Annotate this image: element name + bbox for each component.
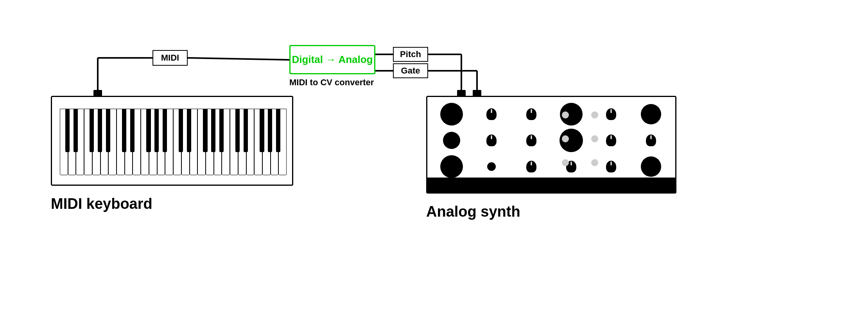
synth-circle-large <box>440 103 463 126</box>
piano-key-white <box>84 109 92 175</box>
piano-key-black <box>65 109 70 152</box>
piano-key-black <box>260 109 264 152</box>
synth-knob <box>646 135 656 146</box>
piano-key-black <box>106 109 110 152</box>
piano-keys <box>60 109 287 175</box>
synth-knob <box>606 108 616 120</box>
piano-key-black <box>98 109 102 152</box>
piano-key-black <box>235 109 240 152</box>
piano-key-white <box>141 109 149 175</box>
piano-key-black <box>163 109 167 152</box>
midi-keyboard-device <box>51 96 293 186</box>
synth-knob <box>606 135 616 146</box>
synth-dot-gray <box>591 135 598 142</box>
converter-text: Digital → Analog <box>292 54 373 66</box>
piano-key-black <box>211 109 215 152</box>
synth-knob <box>526 135 536 146</box>
diagram-container: MIDI keyboard Digital → Analog MIDI to C… <box>0 0 868 323</box>
synth-knob <box>486 135 497 146</box>
synth-circle-large <box>440 155 463 178</box>
synth-circle-large <box>641 156 661 177</box>
synth-knob <box>526 108 536 120</box>
pitch-label-box: Pitch <box>393 47 428 62</box>
svg-line-2 <box>188 58 289 60</box>
keyboard-label: MIDI keyboard <box>51 196 152 212</box>
synth-controls <box>433 103 669 173</box>
piano-key-black <box>146 109 151 152</box>
pitch-label-text: Pitch <box>400 49 421 59</box>
piano-key-black <box>244 109 248 152</box>
synth-bottom-bar <box>427 178 675 192</box>
piano-key-white <box>197 109 206 175</box>
piano-key-white <box>60 109 68 175</box>
piano-key-black <box>74 109 78 152</box>
piano-key-white <box>117 109 125 175</box>
synth-dot-gray <box>562 159 569 166</box>
analog-synth-device <box>426 96 676 194</box>
synth-dot-gray <box>591 159 598 166</box>
synth-circle-medium <box>443 132 460 149</box>
piano-key-black <box>154 109 159 152</box>
synth-dot-gray <box>562 135 569 142</box>
synth-label: Analog synth <box>426 203 520 220</box>
piano-key-black <box>268 109 272 152</box>
piano-key-white <box>254 109 262 175</box>
piano-key-black <box>203 109 207 152</box>
piano-key-white <box>173 109 181 175</box>
synth-knob <box>526 161 536 172</box>
converter-box: Digital → Analog <box>289 45 375 74</box>
synth-dot-gray <box>562 111 569 118</box>
midi-label-text: MIDI <box>161 53 179 63</box>
piano-key-black <box>187 109 191 152</box>
piano-key-white <box>230 109 238 175</box>
piano-key-black <box>276 109 280 152</box>
gate-label-box: Gate <box>393 63 428 78</box>
midi-label-box: MIDI <box>152 50 188 66</box>
piano-key-black <box>130 109 135 152</box>
synth-circle-small <box>487 162 496 171</box>
converter-sublabel: MIDI to CV converter <box>289 77 374 88</box>
piano-key-black <box>219 109 224 152</box>
synth-dot-gray <box>591 111 598 118</box>
piano-key-black <box>179 109 183 152</box>
gate-label-text: Gate <box>401 66 420 76</box>
piano-key-black <box>122 109 126 152</box>
synth-circle-large <box>641 104 661 124</box>
synth-knob <box>486 108 497 120</box>
piano-key-black <box>90 109 94 152</box>
synth-knob <box>606 161 616 172</box>
synth-gray-dots-area <box>552 105 607 173</box>
